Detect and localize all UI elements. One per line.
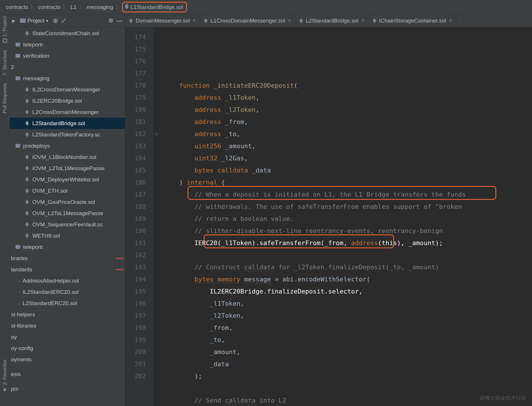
rail-favorites[interactable]: 2: Favorites [2, 360, 8, 393]
code-area[interactable]: function _initiateERC20Deposit( address … [159, 27, 532, 406]
tree-label: OVM_SequencerFeeVault.sc [32, 221, 103, 228]
code-line[interactable]: _to, [164, 334, 532, 346]
gear-icon[interactable]: ✲ [108, 18, 113, 24]
code-line[interactable] [164, 249, 532, 261]
locate-icon[interactable]: ⊕ [53, 18, 58, 24]
code-line[interactable]: _l1Token, [164, 298, 532, 310]
tree-row[interactable]: ›IL2StandardERC20.sol [10, 286, 125, 298]
tree-row[interactable]: iOVM_L2ToL1MessagePasse [10, 163, 125, 174]
code-line[interactable]: _l2Token, [164, 310, 532, 322]
code-line[interactable]: IL2ERC20Bridge.finalizeDeposit.selector, [164, 285, 532, 298]
code-line[interactable]: address _l2Token, [164, 104, 532, 116]
tree-row[interactable]: iOVM_L1BlockNumber.sol [10, 151, 125, 163]
code-line[interactable]: address _from, [164, 116, 532, 128]
editor-tab[interactable]: L1CrossDomainMessenger.sol× [200, 14, 295, 27]
tree-row[interactable]: OVM_GasPriceOracle.sol [10, 196, 125, 208]
code-line[interactable]: ) internal { [164, 176, 532, 189]
tree-row[interactable]: esis [10, 369, 125, 380]
tree-row[interactable]: IL2ERC20Bridge.sol [10, 95, 125, 106]
tree-row[interactable]: StateCommitmentChain.sol [10, 28, 125, 39]
close-icon[interactable]: × [449, 18, 452, 24]
collapse-icon[interactable]: ▸ [12, 18, 15, 24]
tree-row[interactable]: IL2CrossDomainMessenger [10, 84, 125, 95]
rail-pull-requests[interactable]: Pull Requests [2, 83, 8, 113]
crumb-4-highlighted[interactable]: L1StandardBridge.sol [122, 2, 187, 12]
code-line[interactable]: bytes calldata _data [164, 164, 532, 176]
tree-label: esis [11, 371, 21, 377]
editor-tabs: DomainMessenger.sol×L1CrossDomainMesseng… [125, 14, 532, 27]
ethereum-icon [25, 200, 29, 204]
code-line[interactable]: _from, [164, 322, 532, 334]
code-line[interactable]: ); [164, 370, 532, 382]
tree-row[interactable]: OVM_SequencerFeeVault.sc [10, 219, 125, 230]
folder-icon [16, 76, 20, 81]
tree-row[interactable]: teleportr [10, 39, 125, 50]
tree-row[interactable]: OVM_ETH.sol [10, 185, 125, 196]
tree-row[interactable]: teleportr [10, 241, 125, 253]
ethereum-icon [129, 18, 133, 23]
code-line[interactable]: address _l1Token, [164, 92, 532, 104]
editor-tab[interactable]: DomainMessenger.sol× [125, 14, 200, 27]
code-line[interactable]: // return a boolean value. [164, 213, 532, 225]
rail-project[interactable]: 1: Project [2, 16, 8, 43]
tree-label: OVM_ETH.sol [32, 188, 67, 194]
square-icon [3, 39, 7, 43]
rail-structure[interactable]: 7: Structure [2, 50, 8, 76]
tree-row[interactable]: messaging [10, 73, 125, 84]
expand-icon[interactable]: ⤢ [61, 18, 66, 24]
close-icon[interactable]: × [361, 18, 365, 24]
tree-row[interactable] [10, 380, 125, 383]
code-line[interactable]: function _initiateERC20Deposit( [164, 80, 532, 92]
tree-row[interactable]: oyments [10, 354, 125, 365]
tree-row[interactable]: tandards [10, 264, 125, 275]
tree-row[interactable]: 2 [10, 61, 125, 73]
code-line[interactable]: IERC20(_l1Token).safeTransferFrom(_from,… [164, 237, 532, 249]
tree-row[interactable]: predeploys [10, 140, 125, 151]
watermark: @稀土掘金技术社区 [479, 394, 526, 401]
crumb-0[interactable]: contracts [3, 4, 30, 10]
tree-label: StateCommitmentChain.sol [32, 30, 99, 37]
code-line[interactable]: uint32 _l2Gas, [164, 152, 532, 164]
tree-row[interactable]: oy [10, 331, 125, 343]
tree-row[interactable]: OVM_DeployerWhitelist.sol [10, 174, 125, 185]
code-line[interactable]: _data [164, 358, 532, 370]
tree-row[interactable]: ›L2StandardERC20.sol [10, 298, 125, 309]
hide-icon[interactable]: — [116, 18, 123, 24]
editor: DomainMessenger.sol×L1CrossDomainMesseng… [125, 14, 532, 406]
tree-row[interactable]: L2StandardBridge.sol [10, 118, 125, 129]
tree-row[interactable]: braries [10, 253, 125, 264]
tree-row[interactable]: OVM_L2ToL1MessagePasse [10, 208, 125, 219]
code-line[interactable]: // Send calldata into L2 [164, 394, 532, 406]
close-icon[interactable]: × [193, 18, 196, 24]
tree-row[interactable]: st-libraries [10, 320, 125, 331]
tree-row[interactable]: ›AddressAliasHelper.sol [10, 275, 125, 286]
tree-row[interactable]: L2CrossDomainMessenger. [10, 106, 125, 118]
project-dropdown[interactable]: Project ▾ [18, 17, 50, 25]
editor-tab[interactable]: L2StandardBridge.sol× [295, 14, 369, 27]
chevron-right-icon: 〉 [79, 3, 84, 11]
tree-row[interactable] [10, 365, 125, 369]
tree-row[interactable]: verification [10, 50, 125, 61]
code-line[interactable]: // When a deposit is initiated on L1, th… [164, 189, 532, 201]
tree-row[interactable]: WETH9.sol [10, 230, 125, 241]
crumb-3[interactable]: messaging [84, 4, 115, 10]
code-line[interactable]: address _to, [164, 128, 532, 140]
crumb-1[interactable]: contracts [36, 4, 63, 10]
code-line[interactable]: // slither-disable-next-line reentrancy-… [164, 225, 532, 237]
code-line[interactable]: // withdrawals. The use of safeTransferF… [164, 201, 532, 213]
code-line[interactable] [164, 382, 532, 394]
tree-row[interactable]: pm [10, 383, 125, 394]
tree-label: IL2StandardERC20.sol [23, 289, 78, 295]
tree-row[interactable]: oy-config [10, 343, 125, 354]
close-icon[interactable]: × [288, 18, 291, 24]
tree-row[interactable]: L2StandardTokenFactory.sc [10, 129, 125, 140]
crumb-2[interactable]: L1 [68, 4, 79, 10]
code-line[interactable]: // Construct calldata for _l2Token.final… [164, 261, 532, 273]
tree-row[interactable]: st-helpers [10, 309, 125, 320]
file-tree[interactable]: StateCommitmentChain.solteleportrverific… [10, 27, 125, 406]
editor-tab[interactable]: IChainStorageContainer.sol× [369, 14, 456, 27]
code-line[interactable]: bytes memory message = abi.encodeWithSel… [164, 273, 532, 285]
fold-strip[interactable]: ⊖ [153, 27, 159, 406]
code-line[interactable]: uint256 _amount, [164, 140, 532, 152]
code-line[interactable]: _amount, [164, 346, 532, 358]
